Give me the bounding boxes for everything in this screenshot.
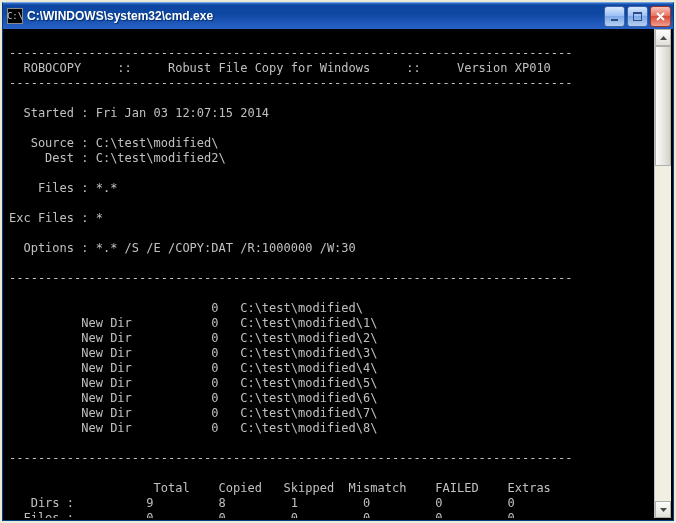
scroll-thumb[interactable] — [655, 46, 671, 166]
cmd-icon: C:\ — [7, 8, 23, 24]
scroll-up-button[interactable] — [655, 29, 671, 46]
minimize-button[interactable] — [604, 6, 625, 27]
maximize-button[interactable] — [627, 6, 648, 27]
window-buttons — [604, 6, 671, 27]
close-button[interactable] — [650, 6, 671, 27]
vertical-scrollbar[interactable] — [654, 29, 671, 518]
cmd-window: C:\ C:\WINDOWS\system32\cmd.exe --------… — [2, 2, 674, 521]
scroll-track[interactable] — [655, 46, 671, 501]
content-area: ----------------------------------------… — [5, 29, 671, 518]
svg-rect-2 — [633, 12, 642, 14]
window-title: C:\WINDOWS\system32\cmd.exe — [27, 9, 604, 23]
titlebar[interactable]: C:\ C:\WINDOWS\system32\cmd.exe — [3, 3, 673, 29]
scroll-down-button[interactable] — [655, 501, 671, 518]
console-output: ----------------------------------------… — [5, 29, 654, 518]
svg-rect-0 — [611, 19, 618, 21]
